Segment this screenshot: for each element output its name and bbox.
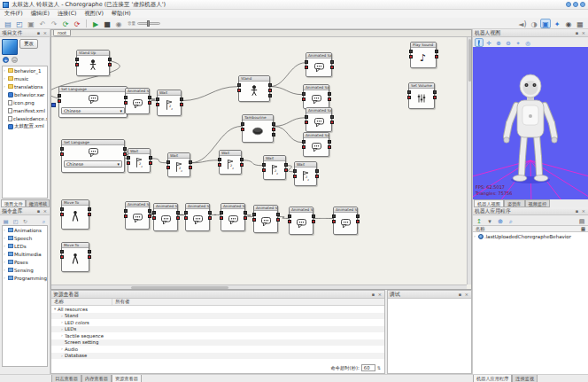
expand-arrow-icon[interactable]: › bbox=[4, 68, 7, 73]
output-port[interactable] bbox=[435, 50, 438, 53]
output-port[interactable] bbox=[189, 160, 192, 164]
output-port[interactable] bbox=[189, 166, 192, 169]
onstop-input-port[interactable] bbox=[218, 163, 221, 167]
moveto2-box[interactable]: Move To bbox=[61, 242, 89, 272]
onstart-input-port[interactable] bbox=[241, 122, 244, 126]
waitB1-box[interactable]: Waitzz bbox=[128, 148, 151, 173]
resource-row[interactable]: Screen setting bbox=[51, 339, 384, 347]
redo-icon[interactable]: ↷ bbox=[49, 19, 59, 28]
onstop-input-port[interactable] bbox=[332, 220, 336, 223]
panel-pin-close-icons[interactable]: ▪ × bbox=[576, 30, 586, 35]
menu-item-连[interactable]: 连接(C) bbox=[58, 10, 77, 18]
output-port[interactable] bbox=[123, 147, 127, 151]
project-file-item[interactable]: icon.png bbox=[3, 98, 47, 106]
library-category-sensing[interactable]: ›Sensing bbox=[3, 266, 47, 274]
output-port[interactable] bbox=[328, 140, 331, 144]
output-port[interactable] bbox=[433, 96, 437, 99]
resource-row[interactable]: ›Stand bbox=[51, 313, 384, 320]
bottom-left-tab-0[interactable]: 日志查看器 bbox=[51, 375, 81, 382]
search-icon[interactable]: ⌕ bbox=[507, 216, 515, 225]
project-file-item[interactable]: ›music bbox=[3, 74, 47, 82]
debug-icon[interactable]: ◉ bbox=[113, 19, 124, 28]
language-dropdown[interactable]: Chinese▾ bbox=[64, 160, 122, 168]
library-category-animations[interactable]: ›Animations bbox=[3, 226, 47, 234]
save-icon[interactable]: ▣ bbox=[26, 19, 36, 28]
expand-arrow-icon[interactable]: › bbox=[4, 76, 7, 81]
onstart-input-port[interactable] bbox=[124, 96, 128, 99]
onstop-input-port[interactable] bbox=[60, 255, 64, 259]
undo-icon[interactable]: ↶ bbox=[37, 19, 48, 28]
robot-dock-tab-2[interactable]: 视频监控 bbox=[525, 199, 551, 207]
output-port[interactable] bbox=[435, 55, 438, 58]
menu-item-编[interactable]: 编辑(E) bbox=[31, 10, 50, 18]
output-port[interactable] bbox=[148, 214, 151, 218]
bottom-right-tab-0[interactable]: 机器人应用程序 bbox=[473, 375, 512, 382]
onstart-input-port[interactable] bbox=[407, 90, 411, 94]
onstop-input-port[interactable] bbox=[293, 175, 297, 178]
asayC2-box[interactable]: Animated Say bbox=[153, 203, 178, 231]
asayR3-box[interactable]: Animated Say bbox=[306, 107, 332, 132]
search-library-icon[interactable]: ⌕ bbox=[40, 216, 48, 224]
onstart-input-port[interactable] bbox=[305, 60, 308, 64]
onstart-input-port[interactable] bbox=[237, 83, 241, 87]
bottom-right-tab-1[interactable]: 连接监视 bbox=[512, 375, 538, 382]
library-category-poses[interactable]: ›Poses bbox=[3, 258, 47, 266]
speaker-icon[interactable]: ◄) bbox=[517, 19, 528, 28]
info-icon[interactable]: i bbox=[475, 38, 484, 47]
output-port[interactable] bbox=[240, 158, 244, 161]
library-category-leds[interactable]: ›LEDs bbox=[3, 242, 47, 250]
output-port[interactable] bbox=[330, 60, 334, 64]
onstop-input-port[interactable] bbox=[220, 216, 223, 220]
onstart-input-port[interactable] bbox=[184, 211, 188, 214]
canvas-vertical-scrollbar[interactable] bbox=[467, 37, 471, 285]
canvas-horizontal-scrollbar[interactable] bbox=[51, 285, 467, 289]
project-dock-tab-1[interactable]: 撤消堆栈 bbox=[26, 199, 50, 207]
output-port[interactable] bbox=[328, 145, 331, 149]
output-port[interactable] bbox=[244, 216, 247, 220]
output-port[interactable] bbox=[148, 96, 151, 99]
output-port[interactable] bbox=[328, 97, 331, 101]
output-port[interactable] bbox=[149, 156, 152, 160]
output-port[interactable] bbox=[312, 214, 315, 218]
output-port[interactable] bbox=[272, 128, 275, 131]
robot-3d-view[interactable]: FPS: 62.5017 Triangles: 75756 bbox=[473, 47, 588, 199]
output-port[interactable] bbox=[330, 121, 334, 124]
library-category-speech[interactable]: ›Speech bbox=[3, 234, 47, 242]
project-file-item[interactable]: ›behavior_1 bbox=[3, 66, 47, 74]
output-port[interactable] bbox=[88, 250, 91, 253]
output-port[interactable] bbox=[240, 163, 244, 167]
zoom-out-icon[interactable]: ⊖ bbox=[504, 38, 513, 47]
asayC6-box[interactable]: Animated Say bbox=[289, 207, 313, 235]
resource-row[interactable]: ›Database bbox=[51, 353, 384, 360]
expand-arrow-icon[interactable]: › bbox=[4, 84, 7, 89]
apps-filter-icon[interactable]: ▤ bbox=[581, 226, 585, 231]
change-project-button[interactable]: 更改 bbox=[19, 39, 38, 49]
maximize-button[interactable] bbox=[573, 2, 578, 7]
close-button[interactable] bbox=[580, 2, 585, 7]
onstop-input-port[interactable] bbox=[60, 152, 64, 156]
output-port[interactable] bbox=[356, 214, 360, 218]
breadcrumb-root-tab[interactable]: root bbox=[53, 30, 71, 36]
onstop-input-port[interactable] bbox=[407, 96, 411, 99]
spin-arrows-icon[interactable]: ⇅ bbox=[377, 365, 381, 370]
expand-arrow-icon[interactable]: › bbox=[4, 228, 7, 232]
output-port[interactable] bbox=[108, 58, 112, 61]
output-port[interactable] bbox=[276, 218, 280, 222]
install-icon[interactable]: ↥ bbox=[475, 216, 484, 225]
onstart-input-port[interactable] bbox=[288, 214, 291, 218]
resource-row[interactable]: ›Audio bbox=[51, 346, 384, 353]
output-port[interactable] bbox=[88, 255, 91, 259]
play-icon[interactable]: ▶ bbox=[90, 19, 101, 28]
onstart-input-port[interactable] bbox=[332, 214, 336, 218]
asayR1-box[interactable]: Animated Say bbox=[306, 52, 332, 77]
onstart-input-port[interactable] bbox=[124, 209, 128, 213]
connect-icon[interactable]: ⟳ bbox=[60, 19, 71, 28]
onstart-input-port[interactable] bbox=[302, 92, 306, 96]
onstop-input-port[interactable] bbox=[252, 218, 256, 222]
asayC3-box[interactable]: Animated Say bbox=[185, 203, 210, 231]
output-port[interactable] bbox=[180, 103, 183, 106]
output-port[interactable] bbox=[284, 163, 288, 167]
resource-row[interactable]: ›LED colors bbox=[51, 319, 384, 326]
onstart-input-port[interactable] bbox=[409, 50, 413, 53]
project-file-item[interactable]: 太鼓配置.xml bbox=[3, 122, 47, 130]
